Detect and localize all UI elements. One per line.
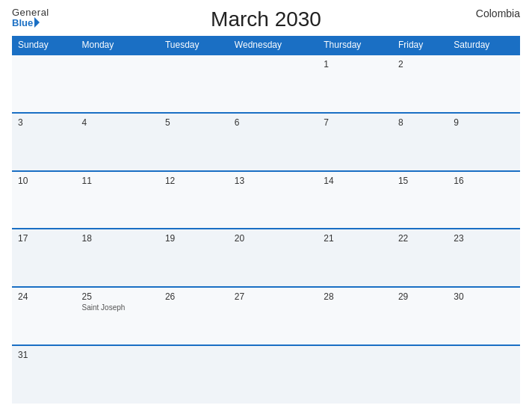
day-number: 16 bbox=[454, 176, 514, 186]
calendar-cell: 23 bbox=[448, 229, 520, 287]
day-number: 31 bbox=[18, 350, 70, 360]
day-number: 23 bbox=[454, 233, 514, 244]
logo-triangle-icon bbox=[34, 17, 40, 28]
calendar-cell: 30 bbox=[448, 287, 520, 345]
day-number: 18 bbox=[82, 233, 153, 244]
col-friday: Friday bbox=[392, 36, 448, 55]
calendar-cell: 12 bbox=[159, 171, 229, 229]
calendar-cell: 6 bbox=[229, 113, 318, 171]
day-number: 20 bbox=[235, 233, 312, 244]
calendar-cell: 26 bbox=[159, 287, 229, 345]
table-row: 31 bbox=[12, 345, 520, 404]
day-number: 12 bbox=[165, 176, 223, 186]
day-number: 11 bbox=[82, 176, 153, 186]
day-number: 6 bbox=[235, 117, 312, 128]
calendar-cell bbox=[229, 55, 318, 113]
day-number: 8 bbox=[398, 117, 442, 128]
calendar-cell bbox=[448, 55, 520, 113]
calendar-cell: 11 bbox=[76, 171, 159, 229]
calendar-header-row: Sunday Monday Tuesday Wednesday Thursday… bbox=[12, 36, 520, 55]
calendar-cell: 7 bbox=[318, 113, 392, 171]
day-number: 27 bbox=[235, 291, 312, 302]
day-number: 7 bbox=[324, 117, 386, 128]
calendar-cell: 16 bbox=[448, 171, 520, 229]
calendar-cell bbox=[12, 55, 76, 113]
day-number: 3 bbox=[18, 117, 70, 128]
logo-blue-text: Blue bbox=[12, 17, 49, 28]
day-number: 22 bbox=[398, 233, 442, 244]
day-number: 4 bbox=[82, 117, 153, 128]
calendar-cell: 9 bbox=[448, 113, 520, 171]
country-label: Colombia bbox=[476, 7, 520, 19]
calendar-cell: 8 bbox=[392, 113, 448, 171]
col-tuesday: Tuesday bbox=[159, 36, 229, 55]
calendar-cell bbox=[392, 345, 448, 404]
day-number: 14 bbox=[324, 176, 386, 186]
logo-general-text: General bbox=[12, 7, 49, 17]
logo: General Blue bbox=[12, 7, 49, 28]
event-label: Saint Joseph bbox=[82, 303, 153, 312]
day-number: 21 bbox=[324, 233, 386, 244]
calendar-table: Sunday Monday Tuesday Wednesday Thursday… bbox=[12, 36, 520, 404]
calendar-cell: 21 bbox=[318, 229, 392, 287]
calendar-cell: 10 bbox=[12, 171, 76, 229]
calendar-cell: 24 bbox=[12, 287, 76, 345]
day-number: 29 bbox=[398, 291, 442, 302]
calendar-cell: 4 bbox=[76, 113, 159, 171]
calendar-cell bbox=[159, 55, 229, 113]
calendar-cell: 1 bbox=[318, 55, 392, 113]
table-row: 3456789 bbox=[12, 113, 520, 171]
calendar-cell: 17 bbox=[12, 229, 76, 287]
day-number: 19 bbox=[165, 233, 223, 244]
day-number: 9 bbox=[454, 117, 514, 128]
day-number: 5 bbox=[165, 117, 223, 128]
table-row: 17181920212223 bbox=[12, 229, 520, 287]
calendar-cell: 2 bbox=[392, 55, 448, 113]
col-monday: Monday bbox=[76, 36, 159, 55]
col-saturday: Saturday bbox=[448, 36, 520, 55]
calendar-cell: 31 bbox=[12, 345, 76, 404]
calendar-cell: 28 bbox=[318, 287, 392, 345]
calendar-cell: 20 bbox=[229, 229, 318, 287]
day-number: 26 bbox=[165, 291, 223, 302]
calendar-header: General Blue March 2030 Colombia bbox=[12, 7, 520, 31]
col-wednesday: Wednesday bbox=[229, 36, 318, 55]
calendar-cell: 5 bbox=[159, 113, 229, 171]
day-number: 17 bbox=[18, 233, 70, 244]
calendar-cell bbox=[318, 345, 392, 404]
table-row: 10111213141516 bbox=[12, 171, 520, 229]
day-number: 28 bbox=[324, 291, 386, 302]
col-sunday: Sunday bbox=[12, 36, 76, 55]
day-number: 13 bbox=[235, 176, 312, 186]
calendar-cell: 25Saint Joseph bbox=[76, 287, 159, 345]
calendar-cell bbox=[76, 345, 159, 404]
calendar-cell: 27 bbox=[229, 287, 318, 345]
calendar-cell: 3 bbox=[12, 113, 76, 171]
calendar-cell bbox=[448, 345, 520, 404]
day-number: 30 bbox=[454, 291, 514, 302]
day-number: 10 bbox=[18, 176, 70, 186]
calendar-cell: 29 bbox=[392, 287, 448, 345]
day-number: 25 bbox=[82, 291, 153, 302]
day-number: 2 bbox=[398, 59, 442, 69]
table-row: 2425Saint Joseph2627282930 bbox=[12, 287, 520, 345]
calendar-cell bbox=[159, 345, 229, 404]
calendar-cell: 13 bbox=[229, 171, 318, 229]
calendar-cell: 19 bbox=[159, 229, 229, 287]
calendar-cell bbox=[229, 345, 318, 404]
page-title: March 2030 bbox=[211, 7, 321, 31]
calendar-cell: 14 bbox=[318, 171, 392, 229]
day-number: 15 bbox=[398, 176, 442, 186]
table-row: 12 bbox=[12, 55, 520, 113]
calendar-cell: 22 bbox=[392, 229, 448, 287]
calendar-cell: 15 bbox=[392, 171, 448, 229]
col-thursday: Thursday bbox=[318, 36, 392, 55]
calendar-cell: 18 bbox=[76, 229, 159, 287]
calendar-cell bbox=[76, 55, 159, 113]
day-number: 24 bbox=[18, 291, 70, 302]
calendar-body: 1234567891011121314151617181920212223242… bbox=[12, 55, 520, 404]
day-number: 1 bbox=[324, 59, 386, 69]
